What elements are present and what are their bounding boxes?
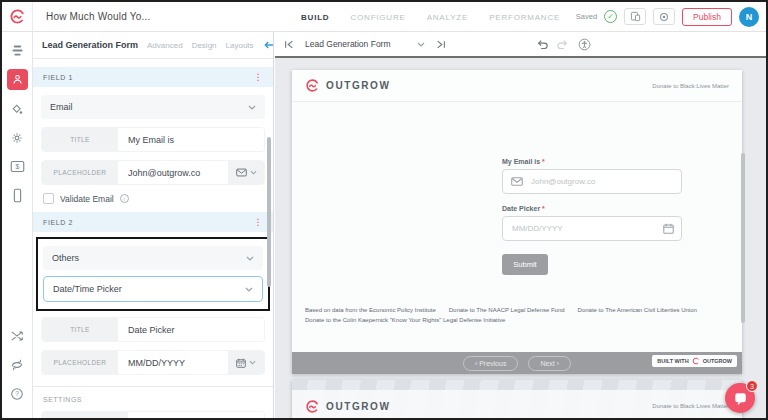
date-field-label: Date Picker * [502, 205, 682, 212]
top-bar: How Much Would Yo... BUILD CONFIGURE ANA… [2, 2, 766, 32]
builder-panel-header: Lead Generation Form Advanced Design Lay… [33, 32, 273, 59]
user-avatar[interactable]: N [739, 7, 759, 27]
mobile-icon [12, 188, 23, 203]
collapse-panel-button[interactable] [263, 40, 274, 50]
outgrow-logo-icon [9, 8, 26, 25]
settings-divider [33, 386, 273, 387]
built-with-badge[interactable]: BUILT WITH OUTGROW [652, 355, 737, 367]
footer-link-kyr[interactable]: Donate to the Colin Kaepernick "Know You… [305, 317, 505, 323]
email-input[interactable] [531, 177, 681, 186]
page-selector[interactable]: Lead Generation Form [303, 39, 427, 49]
footer-links: Based on data from the Economic Policy I… [305, 305, 729, 325]
field1-icon-select[interactable] [228, 161, 264, 184]
help-icon: ? [10, 387, 24, 401]
chat-notification-badge: 3 [746, 380, 758, 392]
payment-icon: $ [10, 160, 25, 173]
form-brand: OUTGROW [305, 78, 391, 93]
annotation-highlight-box: Others Date/Time Picker [36, 237, 270, 311]
field1-title-label: TITLE [42, 128, 118, 151]
device-preview-button[interactable] [624, 8, 646, 25]
footer-link-epi[interactable]: Based on data from the Economic Policy I… [305, 307, 436, 313]
tab-layouts[interactable]: Layouts [226, 41, 254, 50]
device-preview-icon [630, 11, 641, 22]
skip-start-button[interactable] [284, 40, 294, 49]
rail-item-mobile[interactable] [7, 185, 28, 206]
tab-advanced[interactable]: Advanced [147, 41, 183, 50]
week-starts-select[interactable] [128, 412, 248, 418]
field2-title-input[interactable] [118, 318, 264, 341]
field1-header: FIELD 1 ⋮ [33, 67, 273, 87]
undo-button[interactable] [536, 39, 548, 49]
nav-performance[interactable]: PERFORMANCE [489, 13, 560, 22]
nav-build[interactable]: BUILD [301, 13, 329, 22]
chevron-down-icon [250, 170, 257, 175]
footer-link-aclu[interactable]: Donate to The American Civil Liberties U… [578, 307, 697, 313]
field2-placeholder-label: PLACEHOLDER [42, 351, 118, 374]
calendar-icon[interactable] [655, 217, 681, 240]
rail-item-integrations[interactable] [7, 325, 28, 346]
svg-text:?: ? [15, 390, 19, 397]
chevron-down-icon [245, 287, 253, 292]
email-field-label: My Email is * [502, 158, 682, 165]
next-button[interactable]: Next › [528, 356, 571, 371]
field2-type-select[interactable]: Date/Time Picker [43, 276, 263, 302]
field2-icon-select[interactable] [228, 351, 264, 374]
email-input-wrap [502, 169, 682, 194]
shuffle-icon [10, 330, 24, 342]
chevron-down-icon [248, 105, 256, 110]
nav-analyze[interactable]: ANALYZE [427, 13, 468, 22]
rail-item-settings[interactable] [7, 127, 28, 148]
field1-menu-icon[interactable]: ⋮ [253, 73, 263, 82]
brand-name: OUTGROW [326, 401, 391, 412]
skip-end-button[interactable] [436, 40, 446, 49]
chat-widget-button[interactable]: 3 [725, 383, 755, 413]
preview-scrollbar[interactable] [741, 153, 745, 323]
saved-check-icon: ✓ [604, 10, 617, 23]
rail-item-content[interactable] [7, 40, 28, 61]
field2-menu-icon[interactable]: ⋮ [253, 218, 263, 227]
rail-item-payments[interactable]: $ [7, 156, 28, 177]
document-title[interactable]: How Much Would Yo... [46, 11, 150, 22]
layers-icon [10, 43, 25, 58]
rail-item-design[interactable] [7, 98, 28, 119]
field1-type-select[interactable]: Email [41, 95, 265, 119]
rail-item-sync[interactable] [7, 354, 28, 375]
builder-panel: Lead Generation Form Advanced Design Lay… [33, 32, 274, 418]
validate-email-checkbox[interactable] [43, 193, 54, 204]
main-nav: BUILD CONFIGURE ANALYZE PERFORMANCE [301, 2, 560, 32]
saved-status: Saved [576, 12, 597, 21]
outgrow-logo-icon [692, 357, 700, 365]
tab-design[interactable]: Design [192, 41, 217, 50]
field1-placeholder-input[interactable] [118, 161, 228, 184]
footer-link-naacp[interactable]: Donate to The NAACP Legal Defense Fund [449, 307, 565, 313]
donate-blm-link[interactable]: Donate to Black Lives Matter [652, 403, 729, 409]
rail-item-lead-gen[interactable] [7, 69, 28, 90]
submit-button[interactable]: Submit [502, 254, 548, 275]
publish-button[interactable]: Publish [682, 8, 732, 26]
chevron-down-icon [417, 42, 425, 47]
preview-eye-button[interactable] [653, 8, 675, 25]
form-header: OUTGROW Donate to Black Lives Matter [292, 70, 742, 102]
field2-placeholder-input[interactable] [118, 351, 228, 374]
accessibility-button[interactable] [578, 38, 591, 51]
preview-canvas: OUTGROW Donate to Black Lives Matter My … [275, 58, 766, 418]
field2-category-select[interactable]: Others [43, 246, 263, 270]
previous-button[interactable]: ‹ Previous [463, 356, 519, 371]
date-input-wrap [502, 216, 682, 241]
validate-email-row: Validate Email i [43, 193, 263, 204]
chevron-down-icon [246, 256, 254, 261]
donate-blm-link[interactable]: Donate to Black Lives Matter [652, 83, 729, 89]
app-logo[interactable] [2, 2, 33, 31]
date-input[interactable] [503, 224, 655, 233]
field1-label: FIELD 1 [43, 74, 73, 81]
skip-end-icon [436, 40, 446, 49]
rail-item-help[interactable]: ? [7, 383, 28, 404]
nav-configure[interactable]: CONFIGURE [350, 13, 405, 22]
field1-title-input[interactable] [118, 128, 264, 151]
redo-button[interactable] [557, 39, 569, 49]
field2-title-label: TITLE [42, 318, 118, 341]
panel-scrollbar[interactable] [267, 137, 271, 287]
info-icon: i [120, 194, 129, 203]
form-nav-bar: ‹ Previous Next › BUILT WITH OUTGROW [292, 352, 742, 374]
form-page-card: OUTGROW Donate to Black Lives Matter My … [292, 70, 742, 374]
